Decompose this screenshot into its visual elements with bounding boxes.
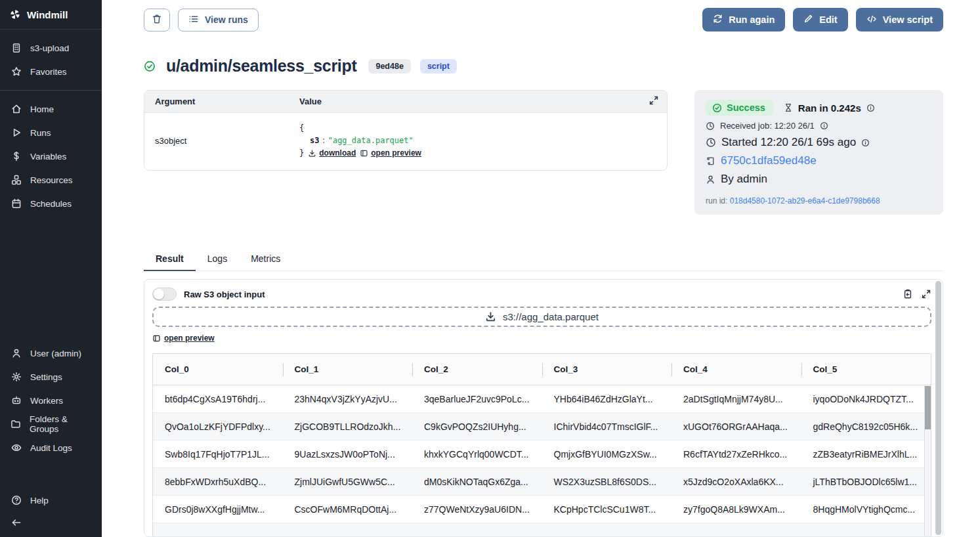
brand[interactable]: Windmill xyxy=(0,0,102,29)
job-hash-link[interactable]: 6750c1dfa59ed48e xyxy=(721,154,817,167)
sidebar-item-favorites[interactable]: Favorites xyxy=(0,60,102,83)
sidebar-item-label: Audit Logs xyxy=(30,443,72,453)
calendar-icon xyxy=(11,198,22,209)
kind-badge: script xyxy=(420,59,457,74)
expand-icon[interactable] xyxy=(649,95,659,108)
raw-s3-toggle-row: Raw S3 object input xyxy=(152,288,265,301)
info-icon[interactable] xyxy=(866,104,875,112)
tab-metrics[interactable]: Metrics xyxy=(239,247,292,270)
trash-icon xyxy=(152,14,162,26)
sidebar-item-help[interactable]: Help xyxy=(0,488,102,512)
result-panel-scrollbar[interactable] xyxy=(935,281,941,535)
argument-column-header: Argument xyxy=(155,97,299,106)
collapse-sidebar-button[interactable] xyxy=(0,512,102,533)
table-row: Swb8Iq17FqHjoT7P1JL...9UazLsxzsJW0oPToNj… xyxy=(153,440,931,468)
table-cell xyxy=(671,523,801,537)
star-icon xyxy=(11,66,22,77)
info-icon[interactable] xyxy=(820,121,828,130)
table-cell: YHb64iB46ZdHzGlaYt... xyxy=(542,385,672,413)
boxes-icon xyxy=(11,175,22,186)
table-cell: 3qeBarlueJF2uvc9PoLc... xyxy=(412,385,542,413)
table-cell xyxy=(283,523,413,537)
column-header-col-1: Col_1 xyxy=(283,354,413,385)
sidebar-item-runs[interactable]: Runs xyxy=(0,121,102,144)
table-cell xyxy=(153,523,283,537)
table-cell: IChirVbid4c07TmscIGlF... xyxy=(542,413,672,440)
delete-button[interactable] xyxy=(144,9,170,32)
copy-clipboard-icon[interactable] xyxy=(903,289,913,299)
sidebar-item-s3-upload[interactable]: s3-upload xyxy=(0,36,102,60)
list-icon xyxy=(188,14,199,26)
view-runs-button[interactable]: View runs xyxy=(178,9,259,32)
duration-text: Ran in 0.242s xyxy=(798,102,861,114)
tab-result[interactable]: Result xyxy=(144,247,196,270)
clock-icon xyxy=(706,137,716,148)
open-preview-link[interactable]: open preview xyxy=(360,147,421,160)
table-cell xyxy=(412,523,542,537)
code-icon xyxy=(866,14,877,26)
json-string-value: "agg_data.parquet" xyxy=(328,136,414,145)
value-column-header: Value xyxy=(299,97,322,106)
sidebar-item-folders-groups[interactable]: Folders & Groups xyxy=(0,412,102,436)
download-link[interactable]: download xyxy=(308,147,356,160)
column-header-col-3: Col_3 xyxy=(542,354,672,385)
building-icon xyxy=(11,43,22,54)
by-admin-text: By admin xyxy=(721,173,767,186)
argument-row: s3object { s3:"agg_data.parquet" } downl… xyxy=(144,113,667,170)
table-cell: QvOa1oLzKFjYDFPdlxy... xyxy=(153,413,283,440)
table-cell: 8ebbFxWDxrh5uXdBQ... xyxy=(153,468,283,496)
brand-label: Windmill xyxy=(27,9,68,20)
sidebar-item-workers[interactable]: Workers xyxy=(0,389,102,412)
sidebar-item-label: Settings xyxy=(30,372,62,382)
table-row: QvOa1oLzKFjYDFPdlxy...ZjGCOB9TLLROdzoJkh… xyxy=(153,413,931,440)
result-table-container: Col_0Col_1Col_2Col_3Col_4Col_5 bt6dp4CgX… xyxy=(152,353,931,537)
download-icon xyxy=(485,311,496,322)
table-cell: Swb8Iq17FqHjoT7P1JL... xyxy=(153,440,283,468)
json-open-brace: { xyxy=(299,122,421,135)
success-badge: Success xyxy=(706,100,773,116)
success-label: Success xyxy=(727,102,765,113)
sidebar-item-resources[interactable]: Resources xyxy=(0,168,102,192)
table-scrollbar[interactable] xyxy=(924,386,931,537)
sidebar-item-home[interactable]: Home xyxy=(0,97,102,121)
eye-icon xyxy=(11,442,22,454)
table-cell: khxkYGCqYrlq00WCDT... xyxy=(412,440,542,468)
open-preview-label: open preview xyxy=(164,333,215,343)
table-cell: KCpHpcTClcSCu1W8T... xyxy=(542,496,672,523)
open-preview-label: open preview xyxy=(371,147,421,160)
table-row: 8ebbFxWDxrh5uXdBQ...ZjmlJUiGwfU5GWw5C...… xyxy=(153,468,931,496)
tab-logs[interactable]: Logs xyxy=(196,247,239,270)
run-id-link[interactable]: 018d4580-1072-ab29-e6a4-c1de9798b668 xyxy=(730,196,880,205)
table-cell: jLThBTbOBJODlc65lw1... xyxy=(801,468,931,496)
table-cell xyxy=(801,523,931,537)
s3-download-box[interactable]: s3://agg_data.parquet xyxy=(152,307,931,327)
column-header-col-0: Col_0 xyxy=(153,354,283,385)
sidebar-account-group: User (admin)SettingsWorkersFolders & Gro… xyxy=(0,335,102,462)
table-cell: GDrs0j8wXXgfHgjjMtw... xyxy=(153,496,283,523)
column-header-col-2: Col_2 xyxy=(412,354,542,385)
sidebar-item-settings[interactable]: Settings xyxy=(0,365,102,389)
expand-icon[interactable] xyxy=(921,289,931,299)
table-cell: 9UazLsxzsJW0oPToNj... xyxy=(283,440,413,468)
sidebar-item-variables[interactable]: Variables xyxy=(0,144,102,168)
open-preview-link[interactable]: open preview xyxy=(152,333,215,343)
edit-button[interactable]: Edit xyxy=(793,8,847,32)
sidebar-item-audit-logs[interactable]: Audit Logs xyxy=(0,436,102,460)
status-line-job: 6750c1dfa59ed48e xyxy=(706,154,932,167)
play-icon xyxy=(11,127,22,139)
run-again-button[interactable]: Run again xyxy=(702,8,785,32)
sidebar-item-label: Variables xyxy=(30,152,66,161)
table-scrollbar-thumb[interactable] xyxy=(925,386,931,429)
sidebar-item-user-admin[interactable]: User (admin) xyxy=(0,341,102,365)
raw-s3-toggle[interactable] xyxy=(152,288,177,301)
sidebar-item-schedules[interactable]: Schedules xyxy=(0,192,102,215)
run-again-label: Run again xyxy=(729,14,775,25)
app-window: Windmill s3-uploadFavorites HomeRunsVari… xyxy=(0,0,980,537)
result-panel-header: Raw S3 object input xyxy=(152,288,931,301)
download-label: download xyxy=(319,147,356,160)
view-script-button[interactable]: View script xyxy=(856,8,943,32)
table-cell: z77QWeNtXzy9aU6IDN... xyxy=(412,496,542,523)
home-icon xyxy=(11,104,22,115)
status-line-by: By admin xyxy=(706,173,932,186)
info-icon[interactable] xyxy=(861,139,870,147)
